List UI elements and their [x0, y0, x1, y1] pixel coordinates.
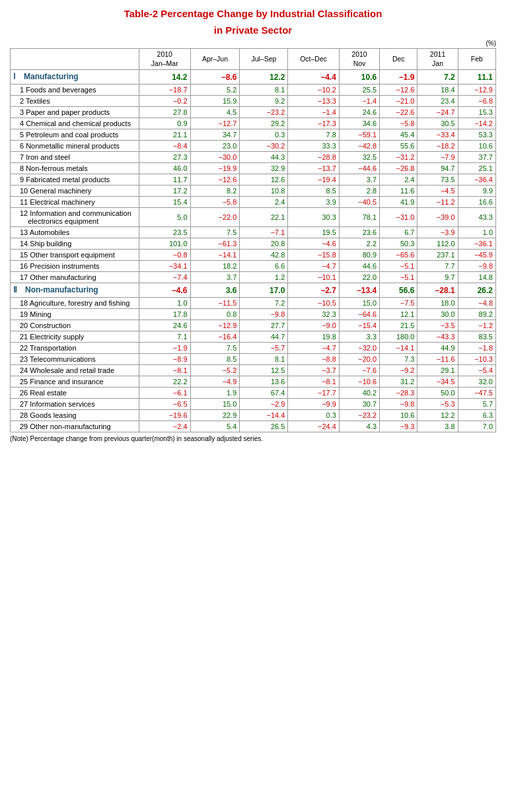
- row-value: 50.0: [417, 388, 458, 399]
- table-row: 5 Petroleum and coal products21.134.70.3…: [11, 129, 496, 141]
- row-value: 17.8: [139, 309, 191, 320]
- row-value: 33.3: [288, 141, 340, 152]
- row-value: 46.0: [139, 163, 191, 174]
- row-value: −2.4: [139, 421, 191, 432]
- row-value: −36.1: [458, 238, 495, 250]
- row-value: −10.3: [458, 354, 495, 365]
- row-value: −28.1: [417, 283, 458, 298]
- row-value: −7.6: [339, 365, 379, 376]
- table-row: 2 Textiles−0.215.99.2−13.3−1.4−21.023.4−…: [11, 96, 496, 107]
- table-row: 19 Mining17.80.8−9.832.3−64.612.130.089.…: [11, 309, 496, 320]
- row-value: 23.4: [417, 96, 458, 107]
- row-value: 0.8: [190, 309, 240, 320]
- row-value: −9.2: [380, 365, 417, 376]
- row-value: −13.7: [288, 163, 340, 174]
- table-row: 17 Other manufacturing−7.43.71.2−10.122.…: [11, 272, 496, 283]
- row-label: Ⅱ Non-manufacturing: [11, 283, 139, 298]
- table-title-line2: in Private Sector: [10, 23, 496, 37]
- row-value: −11.2: [417, 197, 458, 208]
- row-value: −1.9: [380, 70, 417, 85]
- row-label: 17 Other manufacturing: [11, 272, 139, 283]
- row-value: −3.5: [417, 320, 458, 331]
- row-value: −5.4: [458, 365, 495, 376]
- table-row: 20 Construction24.6−12.927.7−9.0−15.421.…: [11, 320, 496, 331]
- row-value: 32.0: [458, 376, 495, 388]
- row-label: 11 Electrical machinery: [11, 197, 139, 208]
- row-value: 20.8: [240, 238, 288, 250]
- row-value: 19.8: [288, 331, 340, 343]
- row-label: 19 Mining: [11, 309, 139, 320]
- row-value: 5.0: [139, 208, 191, 227]
- table-note: (Note) Percentage change from previous q…: [10, 435, 496, 442]
- row-value: −7.5: [380, 298, 417, 309]
- row-value: 5.7: [458, 399, 495, 410]
- row-value: 0.3: [288, 410, 340, 421]
- row-value: 50.3: [380, 238, 417, 250]
- row-value: −8.4: [139, 141, 191, 152]
- row-value: 0.9: [139, 118, 191, 129]
- row-value: −1.2: [458, 320, 495, 331]
- row-value: −42.8: [339, 141, 379, 152]
- row-value: 27.3: [139, 152, 191, 163]
- row-value: −9.3: [380, 421, 417, 432]
- row-value: −1.8: [458, 343, 495, 354]
- row-value: −40.5: [339, 197, 379, 208]
- header-jul-sep: Jul–Sep: [240, 49, 288, 70]
- row-value: 27.7: [240, 320, 288, 331]
- row-value: −28.8: [288, 152, 340, 163]
- table-row: 6 Nonmetallic mineral products−8.423.0−3…: [11, 141, 496, 152]
- row-value: 10.6: [458, 141, 495, 152]
- row-value: −11.6: [417, 354, 458, 365]
- row-value: 8.2: [190, 186, 240, 197]
- row-value: 41.9: [380, 197, 417, 208]
- table-row: Ⅰ Manufacturing14.2−8.612.2−4.410.6−1.97…: [11, 70, 496, 85]
- row-label: 14 Ship building: [11, 238, 139, 250]
- header-2010-jan-mar: 2010Jan–Mar: [139, 49, 191, 70]
- table-row: 27 Information services−6.515.0−2.9−9.93…: [11, 399, 496, 410]
- row-value: 9.2: [240, 96, 288, 107]
- row-value: 45.4: [380, 129, 417, 141]
- row-value: 80.9: [339, 250, 379, 261]
- row-value: 5.4: [190, 421, 240, 432]
- row-label: 23 Telecommunications: [11, 354, 139, 365]
- row-value: 24.6: [139, 320, 191, 331]
- table-row: 22 Transportation−1.97.5−5.7−4.7−32.0−14…: [11, 343, 496, 354]
- table-row: 14 Ship building101.0−61.320.8−4.62.250.…: [11, 238, 496, 250]
- row-value: 10.8: [240, 186, 288, 197]
- row-label: 26 Real estate: [11, 388, 139, 399]
- row-value: −34.5: [417, 376, 458, 388]
- row-value: 40.2: [339, 388, 379, 399]
- row-value: −7.4: [139, 272, 191, 283]
- row-value: 13.6: [240, 376, 288, 388]
- header-2011-jan: 2011Jan: [417, 49, 458, 70]
- row-value: −10.6: [339, 376, 379, 388]
- row-value: −36.4: [458, 174, 495, 186]
- row-value: 30.5: [417, 118, 458, 129]
- row-value: −4.9: [190, 376, 240, 388]
- row-value: −14.1: [380, 343, 417, 354]
- row-label: 27 Information services: [11, 399, 139, 410]
- row-value: 112.0: [417, 238, 458, 250]
- row-value: 3.3: [339, 331, 379, 343]
- row-value: 15.9: [190, 96, 240, 107]
- row-value: −5.1: [380, 272, 417, 283]
- row-label: 10 General machinery: [11, 186, 139, 197]
- row-value: 1.0: [139, 298, 191, 309]
- row-value: −1.4: [339, 96, 379, 107]
- row-value: −5.8: [380, 118, 417, 129]
- row-value: 12.2: [417, 410, 458, 421]
- row-value: 17.0: [240, 283, 288, 298]
- table-row: 23 Telecommunications−8.98.58.1−8.8−20.0…: [11, 354, 496, 365]
- row-value: 22.1: [240, 208, 288, 227]
- row-value: −3.7: [288, 365, 340, 376]
- table-row: 13 Automobiles23.57.5−7.119.523.66.7−3.9…: [11, 227, 496, 238]
- row-value: −10.5: [288, 298, 340, 309]
- row-value: 55.6: [380, 141, 417, 152]
- table-row: 3 Paper and paper products27.84.5−23.2−1…: [11, 107, 496, 118]
- row-value: 1.2: [240, 272, 288, 283]
- row-value: −31.0: [380, 208, 417, 227]
- row-value: −9.0: [288, 320, 340, 331]
- row-value: 12.6: [240, 174, 288, 186]
- row-value: 26.2: [458, 283, 495, 298]
- row-value: 67.4: [240, 388, 288, 399]
